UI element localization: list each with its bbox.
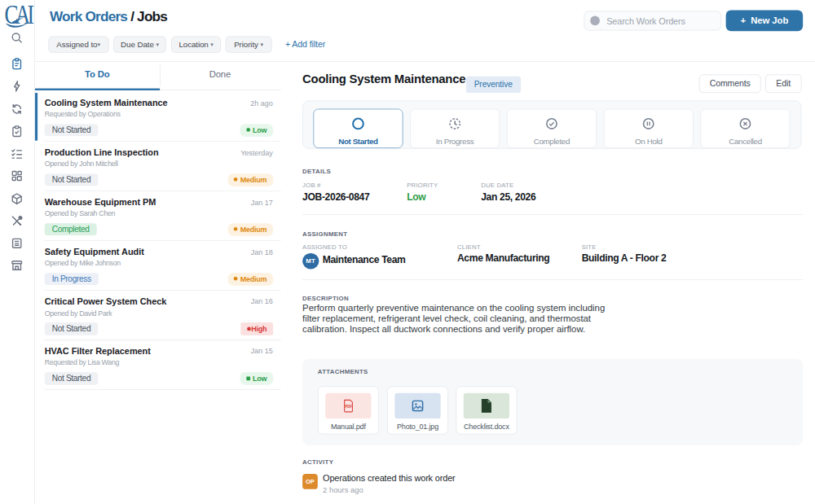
svg-text:PDF: PDF	[345, 405, 352, 409]
